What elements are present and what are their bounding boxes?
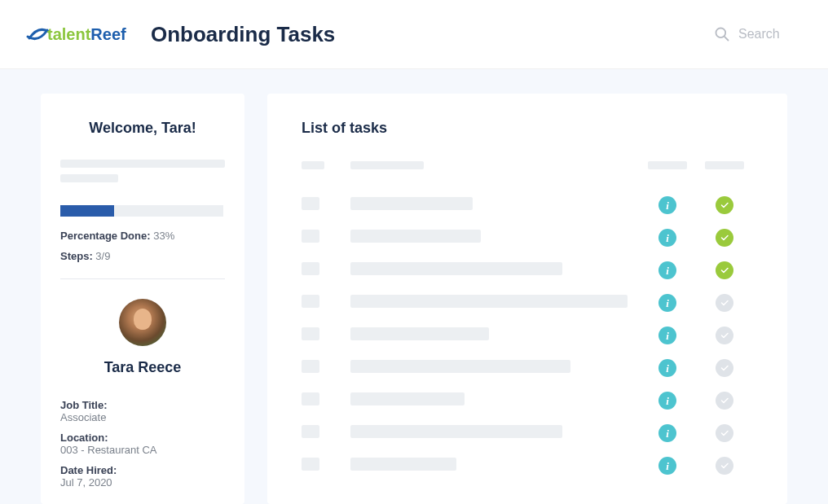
task-row[interactable]: i (302, 449, 753, 482)
user-name: Tara Reece (60, 359, 225, 376)
svg-line-1 (724, 37, 729, 41)
steps-row: Steps: 3/9 (60, 250, 225, 262)
info-icon[interactable]: i (658, 457, 676, 475)
task-row[interactable]: i (302, 287, 753, 319)
status-check-icon[interactable] (716, 294, 733, 312)
profile-field: Location:003 - Restaurant CA (60, 432, 225, 456)
task-row[interactable]: i (302, 189, 753, 221)
profile-field-value: 003 - Restaurant CA (60, 444, 225, 456)
header: talentReef Onboarding Tasks (0, 0, 828, 69)
profile-field: Date Hired:Jul 7, 2020 (60, 464, 225, 489)
profile-field: Job Title:Associate (60, 399, 225, 423)
status-check-icon[interactable] (716, 327, 733, 344)
info-icon[interactable]: i (658, 359, 676, 377)
loading-placeholder (60, 160, 225, 182)
page-title: Onboarding Tasks (151, 22, 335, 47)
divider (60, 278, 225, 279)
info-icon[interactable]: i (658, 392, 676, 410)
profile-field-label: Job Title: (60, 399, 225, 411)
content: Welcome, Tara! Percentage Done: 33% Step… (0, 69, 828, 504)
search-wrap[interactable] (714, 26, 804, 42)
avatar (119, 299, 166, 346)
logo: talentReef (24, 20, 139, 48)
task-row[interactable]: i (302, 352, 753, 384)
status-check-icon[interactable] (716, 424, 733, 442)
tasks-title: List of tasks (302, 120, 753, 137)
search-input[interactable] (738, 27, 804, 42)
profile-field-value: Associate (60, 411, 225, 423)
search-icon (714, 26, 730, 42)
task-table-header (302, 158, 753, 173)
steps-label: Steps: (60, 250, 93, 262)
main-card: List of tasks iiiiiiiii (267, 94, 787, 504)
logo-text-reef: Reef (90, 25, 126, 43)
profile-field-label: Date Hired: (60, 464, 225, 476)
percent-done-row: Percentage Done: 33% (60, 230, 225, 242)
progress-fill (60, 205, 114, 217)
welcome-title: Welcome, Tara! (60, 120, 225, 137)
status-check-icon[interactable] (716, 359, 733, 377)
sidebar-card: Welcome, Tara! Percentage Done: 33% Step… (41, 94, 244, 504)
task-row[interactable]: i (302, 221, 753, 254)
info-icon[interactable]: i (658, 229, 676, 247)
info-icon[interactable]: i (658, 424, 676, 442)
info-icon[interactable]: i (658, 327, 676, 344)
profile-field-label: Location: (60, 432, 225, 444)
info-icon[interactable]: i (658, 261, 676, 279)
progress-bar (60, 205, 223, 217)
task-row[interactable]: i (302, 319, 753, 352)
task-row[interactable]: i (302, 417, 753, 449)
status-check-icon[interactable] (716, 392, 733, 410)
status-check-icon[interactable] (716, 261, 733, 279)
status-check-icon[interactable] (716, 457, 733, 475)
percent-done-label: Percentage Done: (60, 230, 151, 242)
task-row[interactable]: i (302, 254, 753, 287)
profile-field-value: Jul 7, 2020 (60, 476, 225, 489)
status-check-icon[interactable] (716, 196, 733, 214)
percent-done-value: 33% (153, 230, 174, 242)
info-icon[interactable]: i (658, 196, 676, 214)
steps-value: 3/9 (95, 250, 110, 262)
info-icon[interactable]: i (658, 294, 676, 312)
status-check-icon[interactable] (716, 229, 733, 247)
logo-text-talent: talent (47, 25, 90, 43)
task-row[interactable]: i (302, 384, 753, 417)
